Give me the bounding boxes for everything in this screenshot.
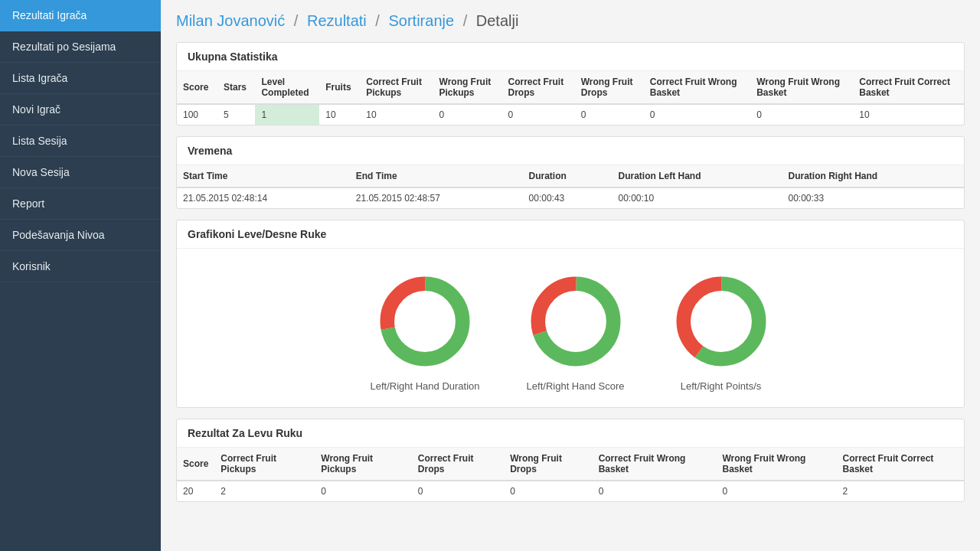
cell-leva-wrong-pickups: 0 (315, 481, 412, 501)
col-wrong-drops: Wrong FruitDrops (575, 71, 644, 104)
donut-duration-svg (375, 272, 475, 371)
svg-point-2 (401, 298, 449, 345)
cell-dur-left: 00:00:10 (612, 187, 782, 208)
breadcrumb-sep1: / (294, 12, 299, 29)
breadcrumb-sep2: / (375, 12, 380, 29)
chart-points: Left/Right Points/s (671, 272, 771, 392)
col-stars: Stars (217, 71, 255, 104)
chart-score: Left/Right Hand Score (526, 272, 626, 392)
leva-table: Score Correct Fruit Pickups Wrong Fruit … (177, 448, 964, 501)
chart-duration: Left/Right Hand Duration (370, 272, 479, 392)
leva-title: Rezultat Za Levu Ruku (177, 419, 964, 448)
table-row: 21.05.2015 02:48:14 21.05.2015 02:48:57 … (177, 187, 964, 208)
col-correct-pickups: Correct FruitPickups (360, 71, 433, 104)
sidebar: Rezultati Igrača Rezultati po Sesijama L… (0, 0, 161, 551)
col-leva-correct-wrong-basket: Correct Fruit Wrong Basket (593, 448, 717, 481)
breadcrumb-sortiranje[interactable]: Sortiranje (388, 12, 454, 29)
col-duration-left: Duration Left Hand (612, 165, 782, 187)
breadcrumb: Milan Jovanović / Rezultati / Sortiranje… (176, 12, 965, 30)
cell-correct-drops: 0 (501, 104, 574, 125)
breadcrumb-player[interactable]: Milan Jovanović (176, 12, 285, 29)
leva-panel: Rezultat Za Levu Ruku Score Correct Frui… (176, 419, 965, 502)
sidebar-item-rezultati-igraca[interactable]: Rezultati Igrača (0, 0, 161, 31)
col-leva-correct-basket: Correct Fruit Correct Basket (837, 448, 964, 481)
sidebar-item-nova-sesija[interactable]: Nova Sesija (0, 157, 161, 188)
col-correct-wrong-basket: Correct Fruit WrongBasket (644, 71, 750, 104)
ukupna-title: Ukupna Statistika (177, 43, 964, 71)
col-end-time: End Time (350, 165, 523, 187)
cell-score: 100 (177, 104, 217, 125)
grafikon-title: Grafikoni Leve/Desne Ruke (177, 220, 964, 249)
cell-fruits: 10 (319, 104, 360, 125)
col-leva-wrong-wrong-basket: Wrong Fruit Wrong Basket (717, 448, 837, 481)
col-leva-correct-pickups: Correct Fruit Pickups (214, 448, 315, 481)
col-duration: Duration (523, 165, 612, 187)
vremena-panel: Vremena Start Time End Time Duration Dur… (176, 136, 965, 209)
col-leva-wrong-pickups: Wrong Fruit Pickups (315, 448, 412, 481)
col-fruits: Fruits (319, 71, 360, 104)
cell-wrong-pickups: 0 (433, 104, 502, 125)
cell-stars: 5 (217, 104, 255, 125)
cell-start: 21.05.2015 02:48:14 (177, 187, 350, 208)
cell-leva-correct-wrong-basket: 0 (593, 481, 717, 501)
col-correct-correct-basket: Correct Fruit CorrectBasket (853, 71, 964, 104)
cell-leva-score: 20 (177, 481, 214, 501)
sidebar-item-podesavanja-nivoa[interactable]: Podešavanja Nivoa (0, 220, 161, 251)
ukupna-table: Score Stars LevelCompleted Fruits Correc… (177, 71, 964, 125)
sidebar-item-lista-igraca[interactable]: Lista Igrača (0, 63, 161, 94)
charts-section: Left/Right Hand Duration Left/Right Hand… (177, 249, 964, 407)
svg-point-8 (697, 298, 745, 345)
cell-correct-wrong-basket: 0 (644, 104, 750, 125)
donut-points-svg (671, 272, 771, 371)
col-start-time: Start Time (177, 165, 350, 187)
cell-correct-correct-basket: 10 (853, 104, 964, 125)
cell-dur: 00:00:43 (523, 187, 612, 208)
table-row: 100 5 1 10 10 0 0 0 0 0 10 (177, 104, 964, 125)
donut-score-svg (526, 272, 626, 371)
cell-correct-pickups: 10 (360, 104, 433, 125)
chart-score-label: Left/Right Hand Score (527, 380, 625, 392)
vremena-table: Start Time End Time Duration Duration Le… (177, 165, 964, 208)
col-leva-correct-drops: Correct Fruit Drops (412, 448, 504, 481)
chart-duration-label: Left/Right Hand Duration (370, 380, 479, 392)
cell-wrong-drops: 0 (575, 104, 644, 125)
col-correct-drops: Correct FruitDrops (501, 71, 574, 104)
breadcrumb-current: Detalji (476, 12, 519, 29)
sidebar-item-lista-sesija[interactable]: Lista Sesija (0, 126, 161, 157)
svg-point-5 (552, 298, 599, 345)
breadcrumb-sep3: / (463, 12, 468, 29)
cell-wrong-wrong-basket: 0 (750, 104, 853, 125)
cell-level: 1 (255, 104, 319, 125)
col-score: Score (177, 71, 217, 104)
sidebar-item-novi-igrac[interactable]: Novi Igrač (0, 94, 161, 126)
sidebar-item-report[interactable]: Report (0, 188, 161, 220)
col-level-completed: LevelCompleted (255, 71, 319, 104)
col-leva-wrong-drops: Wrong Fruit Drops (504, 448, 592, 481)
ukupna-panel: Ukupna Statistika Score Stars LevelCompl… (176, 42, 965, 126)
col-wrong-wrong-basket: Wrong Fruit WrongBasket (750, 71, 853, 104)
sidebar-item-rezultati-sesijama[interactable]: Rezultati po Sesijama (0, 31, 161, 63)
cell-leva-correct-pickups: 2 (214, 481, 315, 501)
sidebar-item-korisnik[interactable]: Korisnik (0, 251, 161, 282)
cell-leva-correct-drops: 0 (412, 481, 504, 501)
cell-leva-wrong-wrong-basket: 0 (717, 481, 837, 501)
breadcrumb-rezultati[interactable]: Rezultati (307, 12, 367, 29)
col-duration-right: Duration Right Hand (782, 165, 964, 187)
table-row: 20 2 0 0 0 0 0 2 (177, 481, 964, 501)
col-leva-score: Score (177, 448, 214, 481)
grafikon-panel: Grafikoni Leve/Desne Ruke Left/Right Han… (176, 220, 965, 408)
chart-points-label: Left/Right Points/s (681, 380, 762, 392)
cell-leva-correct-basket: 2 (837, 481, 964, 501)
cell-end: 21.05.2015 02:48:57 (350, 187, 523, 208)
vremena-title: Vremena (177, 137, 964, 165)
col-wrong-pickups: Wrong FruitPickups (433, 71, 502, 104)
cell-leva-wrong-drops: 0 (504, 481, 592, 501)
main-content: Milan Jovanović / Rezultati / Sortiranje… (161, 0, 980, 551)
cell-dur-right: 00:00:33 (782, 187, 964, 208)
